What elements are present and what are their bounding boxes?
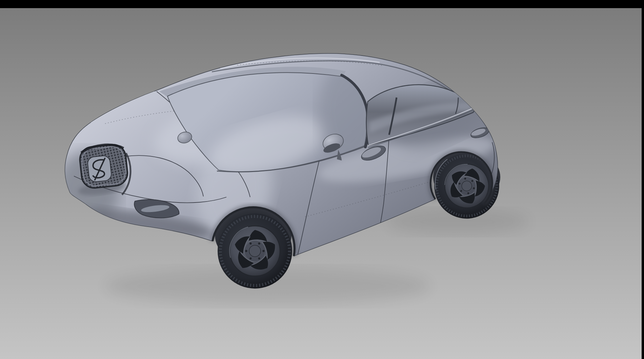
right-letterbox-bar [642,0,644,359]
3d-viewport[interactable] [0,0,644,359]
front-grille[interactable] [79,143,129,189]
top-letterbox-bar [0,0,644,8]
application-window [0,0,644,359]
front-wheel[interactable] [218,213,292,289]
